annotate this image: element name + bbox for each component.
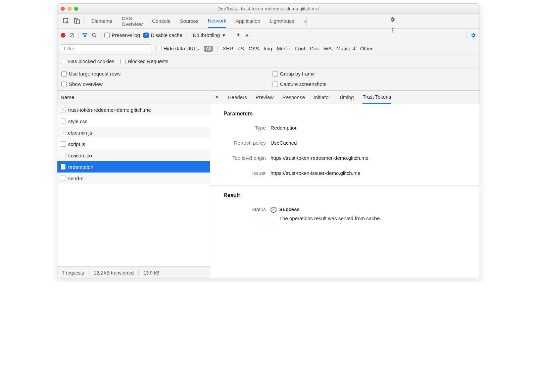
param-key: Issuer xyxy=(210,170,271,176)
network-settings-row: Use large request rows Show overview Gro… xyxy=(57,67,480,91)
network-toolbar: Preserve log ✓Disable cache No throttlin… xyxy=(57,29,480,42)
detail-panel: ✕ Headers Preview Response Initiator Tim… xyxy=(210,91,480,279)
upload-har-icon[interactable] xyxy=(236,33,241,38)
dtab-timing[interactable]: Timing xyxy=(339,91,354,104)
request-row[interactable]: trust-token-redeemer-demo.glitch.me xyxy=(57,104,210,115)
blocked-requests-label: Blocked Requests xyxy=(128,58,168,64)
request-row[interactable]: redemption xyxy=(57,161,210,173)
svg-rect-10 xyxy=(237,37,240,37)
use-large-rows-checkbox[interactable]: Use large request rows xyxy=(61,71,264,77)
file-icon xyxy=(61,130,65,135)
has-blocked-cookies-checkbox[interactable]: Has blocked cookies xyxy=(61,58,114,64)
name-column-header[interactable]: Name xyxy=(57,91,210,104)
filter-media[interactable]: Media xyxy=(277,46,291,51)
filter-other[interactable]: Other xyxy=(360,46,373,51)
tab-sources[interactable]: Sources xyxy=(180,14,198,28)
request-row[interactable]: script.js xyxy=(57,138,210,150)
filter-bar: Filter Hide data URLs All XHR JS CSS Img… xyxy=(57,42,480,55)
tab-more[interactable]: » xyxy=(304,14,306,28)
preserve-log-checkbox[interactable]: Preserve log xyxy=(104,32,140,38)
success-check-icon: ✓ xyxy=(271,207,277,213)
tab-elements[interactable]: Elements xyxy=(91,14,112,28)
file-icon xyxy=(61,141,65,147)
main-tabs: Elements CSS Overview Console Sources Ne… xyxy=(84,14,306,28)
search-icon[interactable] xyxy=(91,32,97,38)
inspect-element-icon[interactable] xyxy=(63,18,69,24)
tab-console[interactable]: Console xyxy=(152,14,170,28)
param-value: https://trust-token-issuer-demo.glitch.m… xyxy=(271,170,480,176)
dtab-headers[interactable]: Headers xyxy=(228,91,247,104)
hide-data-urls-checkbox[interactable]: Hide data URLs xyxy=(156,46,199,51)
filter-js[interactable]: JS xyxy=(238,46,244,51)
param-key: Type xyxy=(210,125,271,131)
filter-manifest[interactable]: Manifest xyxy=(336,46,355,51)
tab-css-overview[interactable]: CSS Overview xyxy=(122,14,143,28)
footer-resources: 13.9 kB xyxy=(139,270,164,276)
disable-cache-checkbox[interactable]: ✓Disable cache xyxy=(143,32,182,38)
dtab-trust-tokens[interactable]: Trust Tokens xyxy=(362,91,391,104)
download-har-icon[interactable] xyxy=(244,33,250,38)
status-value-cell: ✓Success The operations result was serve… xyxy=(271,206,480,221)
chevron-down-icon: ▾ xyxy=(223,32,225,38)
throttling-select[interactable]: No throttling ▾ xyxy=(189,32,229,38)
capture-screenshots-label: Capture screenshots xyxy=(280,81,326,87)
dtab-initiator[interactable]: Initiator xyxy=(314,91,330,104)
param-value: UseCached xyxy=(271,140,480,146)
show-overview-label: Show overview xyxy=(69,81,103,87)
param-key: Refresh policy xyxy=(210,140,271,146)
request-name: cbor.min.js xyxy=(68,130,92,136)
detail-tabs: ✕ Headers Preview Response Initiator Tim… xyxy=(210,91,480,104)
filter-xhr[interactable]: XHR xyxy=(223,46,233,51)
file-icon xyxy=(61,176,65,181)
filter-font[interactable]: Font xyxy=(295,46,305,51)
svg-point-8 xyxy=(92,33,95,36)
main-tabbar: Elements CSS Overview Console Sources Ne… xyxy=(57,14,480,29)
show-overview-checkbox[interactable]: Show overview xyxy=(61,81,264,87)
record-button[interactable] xyxy=(61,33,65,38)
request-row[interactable]: favicon.ico xyxy=(57,150,210,161)
filter-all-pill[interactable]: All xyxy=(204,46,213,52)
file-icon xyxy=(61,118,65,124)
blocked-requests-checkbox[interactable]: Blocked Requests xyxy=(120,58,168,64)
request-list-panel: Name trust-token-redeemer-demo.glitch.me… xyxy=(57,91,210,279)
svg-rect-11 xyxy=(246,37,249,37)
filter-options-row: Has blocked cookies Blocked Requests xyxy=(57,55,480,67)
content-area: Name trust-token-redeemer-demo.glitch.me… xyxy=(57,91,480,279)
network-settings-gear-icon[interactable] xyxy=(470,32,476,38)
filter-input[interactable]: Filter xyxy=(61,44,151,53)
kebab-menu-icon[interactable] xyxy=(389,27,395,33)
param-value: Redemption xyxy=(271,125,480,131)
group-by-frame-label: Group by frame xyxy=(280,71,315,77)
clear-icon[interactable] xyxy=(69,32,75,38)
throttling-value: No throttling xyxy=(193,32,220,38)
request-row[interactable]: send-rr xyxy=(57,173,210,184)
request-name: trust-token-redeemer-demo.glitch.me xyxy=(68,107,151,113)
footer-transferred: 12.2 kB transferred xyxy=(89,270,139,276)
tab-network[interactable]: Network xyxy=(208,14,226,28)
settings-gear-icon[interactable] xyxy=(389,16,395,22)
tab-lighthouse[interactable]: Lighthouse xyxy=(270,14,294,28)
filter-ws[interactable]: WS xyxy=(324,46,332,51)
device-toolbar-icon[interactable] xyxy=(74,18,80,24)
request-row[interactable]: style.css xyxy=(57,115,210,127)
dtab-preview[interactable]: Preview xyxy=(256,91,274,104)
group-by-frame-checkbox[interactable]: Group by frame xyxy=(273,71,476,77)
trust-tokens-panel: Parameters TypeRedemptionRefresh policyU… xyxy=(210,104,480,279)
filter-img[interactable]: Img xyxy=(263,46,272,51)
dtab-response[interactable]: Response xyxy=(282,91,305,104)
filter-doc[interactable]: Doc xyxy=(310,46,319,51)
status-label: Status xyxy=(210,206,271,221)
filter-css[interactable]: CSS xyxy=(249,46,259,51)
request-name: style.css xyxy=(68,118,88,124)
devtools-window: DevTools - trust-token-redeemer-demo.gli… xyxy=(57,3,480,279)
tab-application[interactable]: Application xyxy=(236,14,260,28)
svg-point-3 xyxy=(392,28,393,29)
filter-icon[interactable] xyxy=(82,32,88,38)
request-row[interactable]: cbor.min.js xyxy=(57,127,210,138)
has-blocked-cookies-label: Has blocked cookies xyxy=(68,58,114,64)
close-detail-icon[interactable]: ✕ xyxy=(215,94,219,100)
capture-screenshots-checkbox[interactable]: Capture screenshots xyxy=(273,81,476,87)
preserve-log-label: Preserve log xyxy=(112,32,140,38)
result-heading: Result xyxy=(210,186,480,202)
file-icon xyxy=(61,107,65,112)
